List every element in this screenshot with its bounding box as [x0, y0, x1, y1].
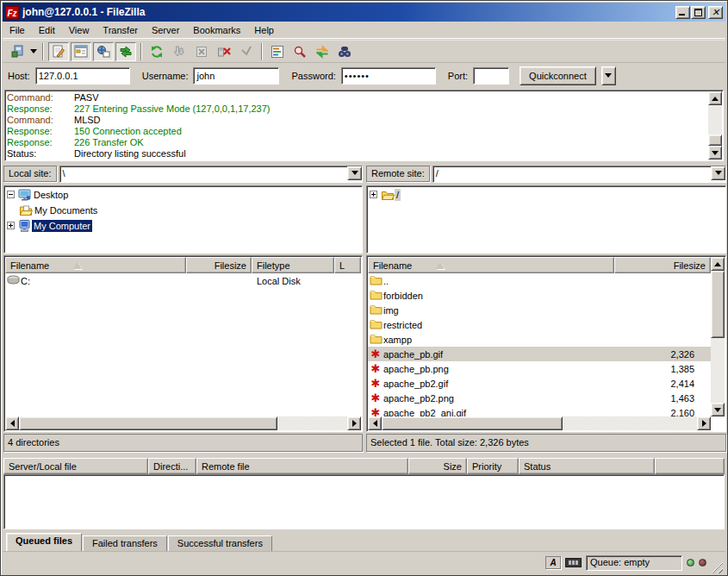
log-label: Response: [7, 137, 74, 148]
collapse-icon[interactable] [7, 191, 15, 198]
menu-server[interactable]: Server [145, 23, 186, 37]
toggle-local-tree-icon[interactable] [71, 42, 91, 61]
scroll-up-icon[interactable] [708, 91, 722, 105]
tree-item-label[interactable]: / [395, 189, 401, 201]
remote-scroll-thumb[interactable] [711, 271, 725, 338]
username-input[interactable] [193, 67, 279, 85]
scroll-left-icon[interactable] [368, 416, 382, 430]
toolbar-separator [140, 43, 142, 60]
remote-scroll-track[interactable] [711, 271, 725, 403]
scroll-right-icon[interactable] [347, 416, 361, 430]
tree-item-label[interactable]: Desktop [32, 189, 70, 201]
menu-edit[interactable]: Edit [32, 23, 62, 37]
file-row-c-drive[interactable]: C: Local Disk [5, 273, 334, 288]
menu-help[interactable]: Help [247, 23, 281, 37]
tree-item-root[interactable]: / [367, 187, 725, 202]
tab-successful-transfers[interactable]: Successful transfers [168, 535, 272, 552]
tab-failed-transfers[interactable]: Failed transfers [83, 535, 167, 552]
chevron-down-icon[interactable] [347, 166, 362, 180]
menu-transfer[interactable]: Transfer [96, 23, 145, 37]
directory-comparison-icon[interactable] [289, 42, 310, 61]
remote-site-combobox[interactable]: / [432, 166, 726, 183]
maximize-button[interactable] [691, 6, 706, 19]
minimize-button[interactable] [675, 6, 690, 19]
tree-item-desktop[interactable]: Desktop [4, 187, 362, 202]
port-input[interactable] [473, 67, 509, 85]
menu-bookmarks[interactable]: Bookmarks [186, 23, 247, 37]
local-site-combobox[interactable]: \ [59, 166, 363, 183]
scroll-down-icon[interactable] [708, 146, 722, 160]
site-manager-icon[interactable] [7, 42, 28, 61]
close-button[interactable]: ✕ [708, 6, 723, 19]
my-computer-icon [17, 219, 32, 233]
local-horizontal-scrollbar[interactable] [5, 416, 361, 430]
menu-view[interactable]: View [62, 23, 96, 37]
cancel-operation-icon[interactable] [191, 42, 212, 61]
file-row[interactable]: ✱apache_pb.png1,385 [368, 361, 711, 376]
site-manager-dropdown-icon[interactable] [28, 42, 39, 61]
scroll-down-icon[interactable] [711, 403, 725, 416]
disconnect-icon[interactable] [214, 42, 234, 61]
toggle-transfer-queue-icon[interactable] [115, 42, 136, 61]
column-header-last-modified[interactable]: L [334, 257, 361, 273]
remote-scroll-thumb-h[interactable] [382, 416, 563, 430]
remote-horizontal-scrollbar[interactable] [368, 416, 711, 430]
column-header-status[interactable]: Status [519, 458, 655, 474]
tree-item-my-documents[interactable]: My Documents [4, 203, 362, 217]
log-vertical-scrollbar[interactable] [708, 91, 722, 160]
menu-file[interactable]: File [3, 23, 32, 37]
file-row[interactable]: .. [368, 273, 711, 288]
file-row[interactable]: ✱apache_pb2.gif2,414 [368, 376, 711, 391]
queue-body[interactable] [3, 474, 725, 529]
tree-item-label[interactable]: My Documents [33, 204, 99, 216]
scroll-up-icon[interactable] [711, 257, 725, 271]
tree-item-label[interactable]: My Computer [32, 220, 92, 232]
remote-scroll-track-h[interactable] [382, 416, 697, 430]
host-input[interactable] [35, 67, 130, 85]
log-scroll-thumb[interactable] [708, 135, 722, 146]
column-header-filename[interactable]: Filename [368, 257, 614, 273]
column-header-remote-file[interactable]: Remote file [196, 458, 408, 474]
file-row[interactable]: ✱apache_pb2_ani.gif2,160 [368, 405, 711, 416]
toggle-remote-tree-icon[interactable] [93, 42, 114, 61]
log-scroll-track[interactable] [708, 105, 722, 146]
filename-filters-icon[interactable] [267, 42, 288, 61]
process-queue-icon[interactable] [169, 42, 190, 61]
remote-vertical-scrollbar[interactable] [711, 257, 725, 416]
file-row[interactable]: restricted [368, 317, 711, 332]
local-scroll-thumb[interactable] [19, 416, 277, 430]
expand-icon[interactable] [370, 191, 377, 198]
file-row[interactable]: ✱apache_pb2.png1,463 [368, 391, 711, 405]
column-header-priority[interactable]: Priority [467, 458, 519, 474]
file-row[interactable]: xampp [368, 332, 711, 347]
expand-icon[interactable] [7, 222, 15, 229]
quickconnect-button[interactable]: Quickconnect [520, 66, 596, 85]
quickconnect-dropdown-icon[interactable] [601, 66, 616, 85]
file-row[interactable]: img [368, 303, 711, 317]
chevron-down-icon[interactable] [711, 166, 725, 180]
tab-queued-files[interactable]: Queued files [6, 533, 82, 552]
scroll-left-icon[interactable] [5, 416, 19, 430]
column-header-direction[interactable]: Directi... [148, 458, 196, 474]
toggle-message-log-icon[interactable] [48, 42, 69, 61]
file-row[interactable]: forbidden [368, 288, 711, 303]
find-files-icon[interactable] [334, 42, 355, 61]
column-header-filetype[interactable]: Filetype [252, 257, 334, 273]
local-scroll-track[interactable] [19, 416, 347, 430]
resize-grip[interactable] [711, 561, 723, 573]
column-header-server-local-file[interactable]: Server/Local file [3, 458, 148, 474]
synchronized-browsing-icon[interactable] [312, 42, 333, 61]
column-label: L [339, 260, 345, 271]
password-input[interactable] [341, 67, 436, 85]
scroll-right-icon[interactable] [697, 416, 711, 430]
column-header-filesize[interactable]: Filesize [186, 257, 252, 273]
tree-item-my-computer[interactable]: My Computer [4, 218, 362, 233]
file-type: Local Disk [252, 276, 334, 286]
column-header-filesize[interactable]: Filesize [614, 257, 711, 273]
refresh-icon[interactable] [146, 42, 167, 61]
column-header-size[interactable]: Size [408, 458, 467, 474]
reconnect-icon[interactable] [236, 42, 257, 61]
column-header-filename[interactable]: Filename [5, 257, 186, 273]
disk-drive-icon [5, 275, 21, 287]
file-row-selected[interactable]: ✱apache_pb.gif2,326 [368, 347, 711, 361]
